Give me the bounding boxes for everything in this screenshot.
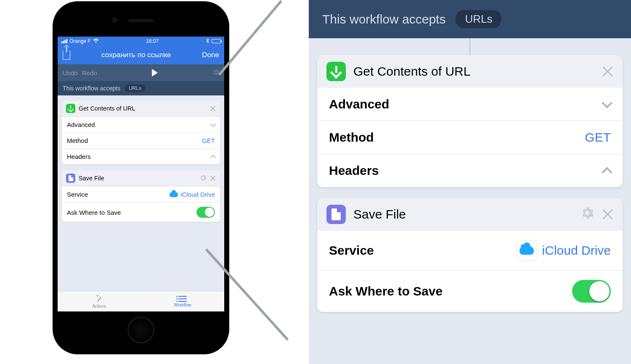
undo-button[interactable]: Undo bbox=[63, 69, 78, 76]
row-label: Service bbox=[329, 243, 374, 258]
row-method[interactable]: Method GET bbox=[317, 121, 623, 154]
method-value[interactable]: GET bbox=[585, 130, 611, 145]
row-label: Headers bbox=[67, 153, 91, 160]
phone-front-camera bbox=[111, 17, 117, 23]
chevron-down-icon bbox=[602, 98, 612, 108]
row-advanced[interactable]: Advanced bbox=[317, 88, 623, 121]
row-label: Ask Where to Save bbox=[329, 284, 443, 298]
row-label: Ask Where to Save bbox=[67, 209, 121, 216]
done-button[interactable]: Done bbox=[202, 51, 219, 59]
phone-screen: Orange F 16:07 сохранить по ссылке Do bbox=[58, 37, 224, 311]
tab-actions[interactable]: Actions bbox=[58, 291, 141, 311]
signal-icon bbox=[61, 39, 67, 43]
nav-title: сохранить по ссылке bbox=[101, 51, 171, 59]
toggle-ask-where[interactable] bbox=[572, 280, 611, 303]
row-method[interactable]: Method GET bbox=[62, 132, 220, 148]
editor-toolbar: Undo Redo bbox=[58, 64, 224, 81]
service-value[interactable]: iCloud Drive bbox=[170, 191, 215, 198]
chevron-up-icon bbox=[210, 155, 216, 160]
gear-icon[interactable] bbox=[200, 174, 207, 182]
share-icon[interactable] bbox=[63, 50, 70, 60]
row-label: Service bbox=[67, 191, 88, 198]
service-value[interactable]: iCloud Drive bbox=[516, 240, 611, 261]
action-card-save-file[interactable]: Save File Service iCloud Drive bbox=[62, 170, 220, 222]
action-card-get-contents[interactable]: Get Contents of URL Advanced Method GET bbox=[62, 100, 220, 164]
workflow-accepts-bar: This workflow accepts URLs bbox=[309, 0, 631, 38]
carrier-label: Orange F bbox=[69, 38, 91, 44]
home-button[interactable] bbox=[127, 317, 154, 343]
accepts-label: This workflow accepts bbox=[322, 12, 445, 26]
status-bar: Orange F 16:07 bbox=[58, 37, 224, 46]
row-advanced[interactable]: Advanced bbox=[62, 116, 220, 132]
row-label: Advanced bbox=[67, 121, 95, 128]
row-headers[interactable]: Headers bbox=[317, 154, 623, 187]
close-icon[interactable] bbox=[210, 106, 216, 111]
list-icon bbox=[178, 296, 187, 302]
connector-line bbox=[469, 38, 471, 55]
clock-label: 16:07 bbox=[146, 38, 159, 44]
row-label: Advanced bbox=[329, 97, 389, 111]
row-ask-where: Ask Where to Save bbox=[62, 202, 220, 222]
close-icon[interactable] bbox=[210, 175, 216, 181]
chevron-down-icon bbox=[210, 121, 216, 127]
download-icon bbox=[66, 104, 75, 113]
action-title: Save File bbox=[353, 207, 406, 222]
bottom-tab-bar: Actions Workflow bbox=[58, 291, 224, 311]
action-title: Save File bbox=[79, 175, 104, 182]
gear-icon[interactable] bbox=[212, 69, 219, 77]
method-value[interactable]: GET bbox=[202, 137, 215, 144]
workflow-canvas: Get Contents of URL Advanced Method GET bbox=[58, 95, 224, 291]
zoom-panel: This workflow accepts URLs Get Contents … bbox=[309, 0, 631, 364]
tab-workflow[interactable]: Workflow bbox=[141, 291, 224, 311]
action-card-save-file[interactable]: Save File Service iCloud Drive Ask Where… bbox=[317, 198, 623, 312]
wand-icon bbox=[95, 295, 103, 303]
download-icon bbox=[326, 62, 346, 81]
accepts-pill[interactable]: URLs bbox=[125, 84, 146, 92]
action-title: Get Contents of URL bbox=[353, 64, 470, 79]
row-label: Method bbox=[329, 130, 374, 145]
action-card-get-contents[interactable]: Get Contents of URL Advanced Method GET … bbox=[317, 55, 623, 187]
icloud-icon bbox=[520, 246, 534, 255]
row-label: Headers bbox=[329, 164, 379, 178]
gear-icon[interactable] bbox=[581, 206, 594, 223]
wifi-icon bbox=[93, 38, 99, 44]
row-headers[interactable]: Headers bbox=[62, 148, 220, 164]
row-service[interactable]: Service iCloud Drive bbox=[317, 231, 623, 270]
chevron-up-icon bbox=[602, 167, 612, 177]
workflow-canvas-zoom: Get Contents of URL Advanced Method GET … bbox=[309, 38, 631, 364]
close-icon[interactable] bbox=[602, 66, 613, 77]
bluetooth-icon bbox=[206, 38, 209, 45]
battery-icon bbox=[212, 39, 221, 43]
workflow-accepts-bar: This workflow accepts URLs bbox=[58, 81, 224, 95]
accepts-pill[interactable]: URLs bbox=[456, 10, 501, 28]
accepts-label: This workflow accepts bbox=[63, 85, 120, 92]
row-ask-where: Ask Where to Save bbox=[317, 270, 623, 312]
tab-label: Workflow bbox=[174, 303, 191, 307]
iphone-mockup: Orange F 16:07 сохранить по ссылке Do bbox=[53, 1, 229, 354]
row-label: Method bbox=[67, 137, 88, 144]
navigation-bar: сохранить по ссылке Done bbox=[58, 46, 224, 64]
file-icon bbox=[66, 174, 75, 183]
redo-button[interactable]: Redo bbox=[82, 69, 97, 76]
tab-label: Actions bbox=[93, 304, 106, 309]
icloud-icon bbox=[170, 192, 178, 197]
toggle-ask-where[interactable] bbox=[196, 207, 215, 218]
close-icon[interactable] bbox=[602, 208, 613, 220]
play-icon[interactable] bbox=[152, 69, 158, 76]
phone-speaker bbox=[128, 19, 154, 22]
action-title: Get Contents of URL bbox=[79, 105, 135, 112]
file-icon bbox=[326, 205, 346, 224]
row-service[interactable]: Service iCloud Drive bbox=[62, 186, 220, 202]
